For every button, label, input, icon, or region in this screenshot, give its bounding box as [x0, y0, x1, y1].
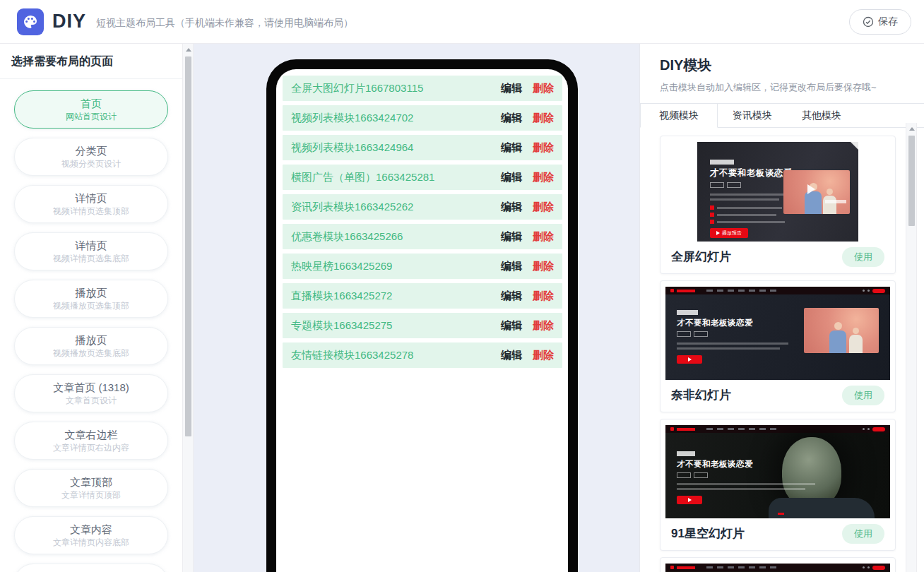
module-name-link[interactable]: 友情链接模块1663425278 — [291, 349, 413, 362]
delete-button[interactable]: 删除 — [533, 349, 554, 362]
edit-button[interactable]: 编辑 — [501, 201, 522, 214]
delete-button[interactable]: 删除 — [533, 141, 554, 155]
scroll-up-arrow-icon[interactable] — [186, 48, 191, 52]
module-row: 视频列表模块1663424702 编辑 删除 — [283, 105, 562, 131]
sidebar-page-item[interactable]: DIY1 — [14, 564, 168, 572]
module-preview-thumbnail[interactable] — [665, 564, 890, 572]
module-preview-thumbnail[interactable]: 才不要和老板谈恋爱 播放预告 — [697, 142, 858, 242]
module-tab[interactable]: 其他模块 — [787, 104, 856, 128]
page-item-subtitle: 文章详情页顶部 — [61, 489, 121, 501]
module-tab[interactable]: 资讯模块 — [718, 104, 787, 128]
sidebar-page-item[interactable]: 首页 网站首页设计 — [14, 90, 168, 129]
scrollbar-thumb[interactable] — [185, 56, 191, 436]
module-row-actions: 编辑 删除 — [501, 349, 554, 362]
preview-movie-title: 才不要和老板谈恋爱 — [677, 318, 753, 328]
preview-navbar — [665, 287, 890, 294]
module-row-actions: 编辑 删除 — [501, 201, 554, 214]
palette-icon — [22, 13, 39, 30]
preview-movie-title: 才不要和老板谈恋爱 — [677, 459, 753, 470]
tab-label: 其他模块 — [802, 109, 841, 121]
panel-title: DIY模块 — [660, 56, 904, 75]
edit-button[interactable]: 编辑 — [501, 171, 522, 184]
page-item-subtitle: 文章首页设计 — [66, 395, 117, 406]
sidebar-page-item[interactable]: 文章首页 (1318) 文章首页设计 — [14, 374, 168, 412]
use-button[interactable]: 使用 — [842, 386, 884, 405]
preview-episode-list — [710, 205, 785, 227]
module-name-link[interactable]: 优惠卷模块1663425266 — [291, 230, 403, 244]
sidebar-page-item[interactable]: 详情页 视频详情页选集顶部 — [14, 185, 168, 223]
module-tab[interactable]: 视频模块 — [640, 104, 718, 128]
preview-menu — [706, 428, 776, 430]
sidebar-page-item[interactable]: 详情页 视频详情页选集底部 — [14, 232, 168, 270]
delete-button[interactable]: 删除 — [533, 171, 554, 184]
preview-site-logo — [710, 160, 734, 165]
module-row-actions: 编辑 删除 — [501, 260, 554, 273]
card-footer: 奈非幻灯片 使用 — [661, 380, 895, 412]
delete-button[interactable]: 删除 — [533, 112, 554, 125]
panel-scrollbar[interactable] — [906, 123, 917, 572]
module-name-link[interactable]: 直播模块1663425272 — [291, 290, 392, 303]
check-circle-icon — [863, 16, 874, 28]
scroll-up-arrow-icon[interactable] — [909, 127, 915, 131]
delete-button[interactable]: 删除 — [533, 290, 554, 303]
tab-label: 视频模块 — [659, 109, 699, 121]
edit-button[interactable]: 编辑 — [501, 141, 522, 155]
page-item-subtitle: 视频详情页选集底部 — [53, 253, 129, 264]
corner-ribbon — [851, 142, 858, 150]
scrollbar-thumb[interactable] — [908, 136, 915, 226]
preview-text-lines — [710, 193, 789, 203]
module-name-link[interactable]: 视频列表模块1663424964 — [291, 141, 413, 155]
module-name-link[interactable]: 全屏大图幻灯片1667803115 — [291, 82, 423, 95]
preview-tags — [710, 182, 741, 188]
page-sidebar: 选择需要布局的页面 首页 网站首页设计 分类页 视频分类页设计 详情页 视频详情… — [0, 44, 182, 572]
module-card-netflix-slideshow: 才不要和老板谈恋爱 奈非幻灯片 使用 — [660, 280, 896, 412]
page-item-title: 播放页 — [76, 286, 107, 300]
sidebar-page-item[interactable]: 播放页 视频播放页选集顶部 — [14, 280, 168, 318]
module-name-link[interactable]: 资讯列表模块1663425262 — [291, 201, 413, 214]
edit-button[interactable]: 编辑 — [501, 349, 522, 362]
panel-header: DIY模块 点击模块自动加入编辑区，记得更改布局后要保存哦~ — [640, 44, 924, 94]
page-list: 首页 网站首页设计 分类页 视频分类页设计 详情页 视频详情页选集顶部 详情页 … — [0, 79, 182, 572]
play-icon — [716, 231, 720, 235]
module-row: 全屏大图幻灯片1667803115 编辑 删除 — [283, 76, 562, 101]
delete-button[interactable]: 删除 — [533, 319, 554, 333]
sidebar-scrollbar[interactable] — [182, 44, 194, 572]
module-name-link[interactable]: 视频列表模块1663424702 — [291, 112, 413, 125]
phone-preview-frame: 全屏大图幻灯片1667803115 编辑 删除 视频列表模块1663424702… — [266, 59, 578, 572]
save-button[interactable]: 保存 — [849, 9, 911, 35]
use-button[interactable]: 使用 — [842, 247, 884, 267]
preview-play-button: 播放预告 — [710, 228, 748, 238]
edit-button[interactable]: 编辑 — [501, 260, 522, 273]
module-preview-thumbnail[interactable]: 才不要和老板谈恋爱 — [665, 287, 890, 380]
delete-button[interactable]: 删除 — [533, 82, 554, 95]
module-name-link[interactable]: 专题模块1663425275 — [291, 319, 392, 333]
edit-button[interactable]: 编辑 — [501, 112, 522, 125]
actor-portrait-shoulder — [769, 498, 875, 518]
module-row: 友情链接模块1663425278 编辑 删除 — [283, 342, 562, 368]
module-name-link[interactable]: 横图广告（单图）1663425281 — [291, 171, 434, 184]
sidebar-page-item[interactable]: 播放页 视频播放页选集底部 — [14, 327, 168, 365]
delete-button[interactable]: 删除 — [533, 230, 554, 244]
edit-button[interactable]: 编辑 — [501, 230, 522, 244]
edit-button[interactable]: 编辑 — [501, 319, 522, 333]
edit-button[interactable]: 编辑 — [501, 82, 522, 95]
edit-button[interactable]: 编辑 — [501, 290, 522, 303]
module-row: 视频列表模块1663424964 编辑 删除 — [283, 135, 562, 160]
module-name-link[interactable]: 热映星榜1663425269 — [291, 260, 392, 273]
module-list: 全屏大图幻灯片1667803115 编辑 删除 视频列表模块1663424702… — [283, 76, 562, 368]
page-item-title: 文章右边栏 — [65, 428, 118, 442]
module-row-actions: 编辑 删除 — [501, 171, 554, 184]
module-preview-thumbnail[interactable]: 才不要和老板谈恋爱 — [665, 425, 890, 518]
play-overlay-icon — [807, 184, 815, 194]
page-item-title: 详情页 — [76, 239, 107, 253]
delete-button[interactable]: 删除 — [533, 201, 554, 214]
preview-play-button — [677, 496, 702, 504]
sidebar-page-item[interactable]: 文章右边栏 文章详情页右边内容 — [14, 422, 168, 460]
sidebar-page-item[interactable]: 文章内容 文章详情页内容底部 — [14, 516, 168, 554]
save-label: 保存 — [878, 16, 898, 28]
module-row: 专题模块1663425275 编辑 删除 — [283, 313, 562, 338]
delete-button[interactable]: 删除 — [533, 260, 554, 273]
sidebar-page-item[interactable]: 文章顶部 文章详情页顶部 — [14, 469, 168, 507]
sidebar-page-item[interactable]: 分类页 视频分类页设计 — [14, 138, 168, 176]
use-button[interactable]: 使用 — [842, 524, 884, 544]
